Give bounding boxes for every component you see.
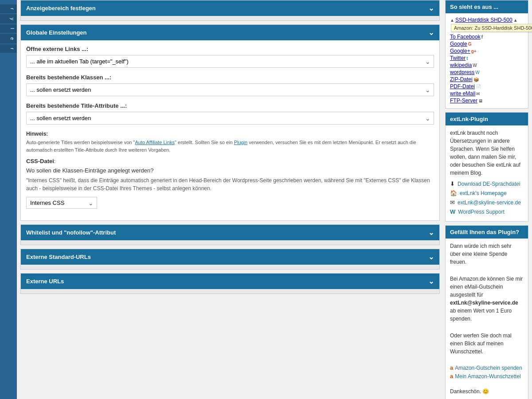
title-attributes-select[interactable]: ... sollen ersetzt werden <box>26 112 434 125</box>
panel-preview-body: ▲ SSD-Harddisk SHD-500 ▲ Amazon: Zu SSD-… <box>446 13 528 108</box>
donation-text1: Dann würde ich mich sehr über eine klein… <box>450 242 524 266</box>
email-icon: ✉ <box>476 91 480 96</box>
right-sidebar: So sieht es aus ... ▲ SSD-Harddisk SHD-5… <box>443 0 532 399</box>
link-email[interactable]: write eMail <box>450 90 475 97</box>
panel-anzeige-body <box>21 16 439 20</box>
home-icon: 🏠 <box>450 190 457 196</box>
link-ftp[interactable]: FTP-Server <box>450 98 477 104</box>
preview-ssd-block: ▲ SSD-Harddisk SHD-500 ▲ Amazon: Zu SSD-… <box>450 17 524 32</box>
title-attributes-select-wrapper: ... sollen ersetzt werden ⌄ <box>26 112 434 125</box>
facebook-icon: f <box>481 35 483 39</box>
hint-link-autoaffiliate[interactable]: Auto Affiliate Links <box>135 140 175 145</box>
googleplus-icon: g+ <box>471 49 477 54</box>
sidebar-tab-e[interactable]: e <box>0 34 17 43</box>
panel-anzeige-title: Anzeigebereich festlegen <box>26 5 96 12</box>
zip-icon: 📦 <box>473 77 479 82</box>
panel-plugin-header: extLnk-Plugin <box>446 113 528 125</box>
preview-item-pdf: PDF-Datei 📄 <box>450 83 524 90</box>
panel-donation: Gefällt Ihnen das Plugin? Dann würde ich… <box>445 225 528 399</box>
form-group-title-attributes: Bereits bestehende Title-Attribute ...: … <box>26 102 434 125</box>
panel-anzeige-header[interactable]: Anzeigebereich festlegen ⌄ <box>21 0 439 16</box>
plugin-link-homepage: 🏠 extLnk's Homepage <box>450 190 524 196</box>
css-question: Wo sollen die Klassen-Einträge angelegt … <box>26 167 434 174</box>
link-google[interactable]: Google <box>450 41 467 47</box>
email-plugin-icon: ✉ <box>450 199 455 206</box>
hint-label: Hinweis: <box>26 131 434 137</box>
link-facebook[interactable]: To Facebook <box>450 34 481 40</box>
panel-preview-header: So sieht es aus ... <box>446 0 528 13</box>
sidebar-tab-l[interactable]: l <box>0 24 17 32</box>
twitter-icon: t <box>466 56 468 61</box>
ssd-link[interactable]: SSD-Harddisk SHD-500 <box>455 17 512 23</box>
panel-plugin-title: extLnk-Plugin <box>450 116 488 122</box>
pdf-icon: 📄 <box>476 84 481 89</box>
panel-whitelist-body <box>21 240 439 245</box>
form-group-existing-classes: Bereits bestehende Klassen ...: ... soll… <box>26 74 434 96</box>
homepage-link[interactable]: extLnk's Homepage <box>460 190 507 196</box>
preview-links-list: To Facebook f Google G Google+ g+ <box>450 34 524 104</box>
wp-icon: W <box>450 208 455 215</box>
sidebar-tab-y[interactable]: y <box>0 14 17 24</box>
panel-preview-title: So sieht es aus ... <box>450 4 498 10</box>
email-link[interactable]: extLnk@skyline-service.de <box>458 200 521 206</box>
panel-global-title: Globale Einstellungen <box>26 29 87 36</box>
panel-donation-header: Gefällt Ihnen das Plugin? <box>446 226 528 239</box>
preview-item-wikipedia: wikipedia W <box>450 62 524 68</box>
existing-classes-select-wrapper: ... sollen ersetzt werden ⌄ <box>26 83 434 96</box>
amazon-wunschzettel-link[interactable]: Mein Amazon-Wunschzettel <box>455 373 521 379</box>
panel-plugin: extLnk-Plugin extLnk braucht noch Überse… <box>445 112 528 222</box>
existing-classes-label: Bereits bestehende Klassen ...: <box>26 74 434 81</box>
sidebar-tab-r2[interactable]: r <box>0 44 17 53</box>
ssd-icon-right: ▲ <box>513 18 518 23</box>
link-pdf[interactable]: PDF-Datei <box>450 83 475 90</box>
link-zip[interactable]: ZIP-Datei <box>450 76 473 82</box>
external-links-select[interactable]: ... alle im aktuellen Tab (target="_self… <box>26 55 434 68</box>
plugin-link-wp-support: W WordPress Support <box>450 208 524 215</box>
panel-global-chevron: ⌄ <box>428 28 434 37</box>
amazon-icon-2: a <box>450 373 453 379</box>
css-select-wrapper: Internes CSS Externes CSS ⌄ <box>26 197 97 209</box>
css-label: CSS-Datei: <box>26 158 434 164</box>
preview-item-google: Google G <box>450 41 524 47</box>
panel-externe-urls: Externe URLs ⌄ <box>20 273 440 294</box>
preview-ssd-container: ▲ SSD-Harddisk SHD-500 ▲ Amazon: Zu SSD-… <box>450 17 532 32</box>
preview-item-email: write eMail ✉ <box>450 90 524 97</box>
css-description: "Internes CSS" heißt, dass die Einträge … <box>26 176 434 192</box>
panel-donation-title: Gefällt Ihnen das Plugin? <box>450 229 519 235</box>
panel-donation-body: Dann würde ich mich sehr über eine klein… <box>446 239 528 399</box>
preview-item-zip: ZIP-Datei 📦 <box>450 76 524 82</box>
download-icon: ⬇ <box>450 180 455 187</box>
panel-externe-urls-header[interactable]: Externe URLs ⌄ <box>21 274 439 289</box>
existing-classes-select[interactable]: ... sollen ersetzt werden <box>26 83 434 96</box>
link-twitter[interactable]: Twitter <box>450 55 466 61</box>
hint-block: Hinweis: Auto-generierte Titles werden b… <box>26 131 434 153</box>
link-googleplus[interactable]: Google+ <box>450 48 470 54</box>
preview-item-wordpress: wordpress W <box>450 69 524 75</box>
title-attributes-label: Bereits bestehende Title-Attribute ...: <box>26 102 434 109</box>
panel-externe-urls-title: Externe URLs <box>26 278 64 285</box>
ssd-tooltip: Amazon: Zu SSD-Harddisk SHD-500 wechseln <box>451 24 532 32</box>
panel-global-header[interactable]: Globale Einstellungen ⌄ <box>21 25 439 40</box>
panel-externe-urls-chevron: ⌄ <box>428 277 434 286</box>
sidebar-tab-r[interactable]: r <box>0 4 17 13</box>
ftp-icon: 🖥 <box>478 98 483 103</box>
plugin-description: extLnk braucht noch Übersetzungen in and… <box>450 129 524 177</box>
plugin-link-download: ⬇ Download DE-Sprachdatei <box>450 180 524 187</box>
css-select[interactable]: Internes CSS Externes CSS <box>26 197 97 209</box>
link-wordpress[interactable]: wordpress <box>450 69 474 75</box>
panel-whitelist-header[interactable]: Whitelist und "nofollow"-Attribut ⌄ <box>21 225 439 240</box>
panel-externe-standard-body <box>21 265 439 269</box>
sidebar-strip: r y l e r <box>0 0 17 399</box>
panel-externe-urls-body <box>21 289 439 293</box>
google-icon: G <box>468 42 472 47</box>
wp-support-link[interactable]: WordPress Support <box>458 209 505 215</box>
hint-link-plugin[interactable]: Plugin <box>234 140 248 145</box>
donation-link-gutschein: a Amazon-Gutschein spenden <box>450 364 524 371</box>
link-wikipedia[interactable]: wikipedia <box>450 62 472 68</box>
amazon-gutschein-link[interactable]: Amazon-Gutschein spenden <box>455 365 522 371</box>
panel-global: Globale Einstellungen ⌄ Öffne externe Li… <box>20 24 440 221</box>
plugin-link-email: ✉ extLnk@skyline-service.de <box>450 199 524 206</box>
panel-externe-standard-header[interactable]: Externe Standard-URLs ⌄ <box>21 249 439 265</box>
download-link[interactable]: Download DE-Sprachdatei <box>458 181 520 187</box>
panel-whitelist-chevron: ⌄ <box>428 228 434 237</box>
